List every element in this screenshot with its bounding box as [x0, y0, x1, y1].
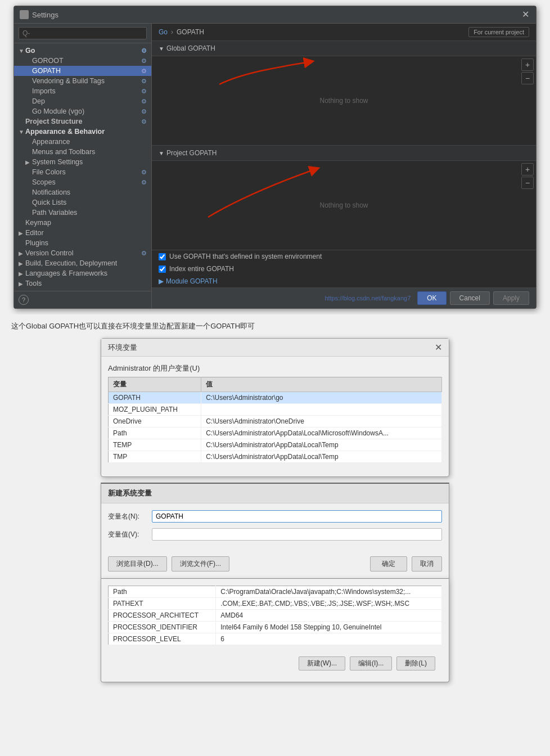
help-circle-icon: ? — [19, 295, 29, 305]
edit-sys-var-button[interactable]: 编辑(I)... — [350, 656, 392, 670]
sidebar-item-imports[interactable]: Imports ⚙ — [14, 86, 151, 96]
arrow-placeholder — [25, 88, 32, 94]
sidebar-item-goroot[interactable]: GOROOT ⚙ — [14, 56, 151, 66]
arrow-placeholder — [25, 190, 32, 196]
settings-small-icon: ⚙ — [141, 57, 147, 65]
sidebar-item-project-structure[interactable]: Project Structure ⚙ — [14, 116, 151, 127]
browse-dir-button[interactable]: 浏览目录(D)... — [108, 556, 167, 572]
arrow-placeholder — [25, 58, 32, 64]
sidebar-item-appearance[interactable]: Appearance — [14, 137, 151, 147]
sys-row-path[interactable]: Path C:\ProgramData\Oracle\Java\javapath… — [109, 586, 442, 598]
sidebar-item-vendoring[interactable]: Vendoring & Build Tags ⚙ — [14, 76, 151, 86]
use-gopath-env-checkbox[interactable] — [159, 253, 166, 260]
sys-row-proc-arch[interactable]: PROCESSOR_ARCHITECT AMD64 — [109, 610, 442, 622]
sidebar-item-label: Project Structure — [25, 118, 82, 125]
use-gopath-env-label[interactable]: Use GOPATH that's defined in system envi… — [169, 253, 322, 260]
breadcrumb-go[interactable]: Go — [159, 28, 168, 36]
var-name-label: 变量名(N): — [108, 512, 147, 521]
sys-var-value: .COM;.EXE;.BAT;.CMD;.VBS;.VBE;.JS;.JSE;.… — [216, 598, 442, 610]
sidebar-item-system-settings[interactable]: ▶ System Settings — [14, 157, 151, 167]
apply-button[interactable]: Apply — [493, 291, 529, 305]
sidebar-item-tools[interactable]: ▶ Tools — [14, 278, 151, 289]
sidebar-item-build-execution[interactable]: ▶ Build, Execution, Deployment — [14, 258, 151, 268]
sidebar-item-file-colors[interactable]: File Colors ⚙ — [14, 167, 151, 177]
env-close-button[interactable]: ✕ — [435, 342, 442, 353]
global-gopath-label: Global GOPATH — [166, 44, 215, 52]
env-row-gopath[interactable]: GOPATH C:\Users\Administrator\go — [109, 392, 442, 404]
delete-sys-var-button[interactable]: 删除(L) — [396, 656, 435, 670]
env-row-temp[interactable]: TEMP C:\Users\Administrator\AppData\Loca… — [109, 439, 442, 451]
env-row-path[interactable]: Path C:\Users\Administrator\AppData\Loca… — [109, 428, 442, 439]
help-button[interactable]: ? — [14, 291, 151, 308]
sidebar-item-dep[interactable]: Dep ⚙ — [14, 96, 151, 106]
sidebar-item-plugins[interactable]: Plugins — [14, 238, 151, 248]
var-name-input[interactable] — [152, 510, 442, 523]
arrow-placeholder — [25, 200, 32, 206]
arrow-placeholder — [19, 119, 25, 125]
sys-vars-section: Path C:\ProgramData\Oracle\Java\javapath… — [101, 579, 449, 682]
sys-row-proc-level[interactable]: PROCESSOR_LEVEL 6 — [109, 633, 442, 645]
sidebar-item-editor[interactable]: ▶ Editor — [14, 228, 151, 238]
env-row-onedrive[interactable]: OneDrive C:\Users\Administrator\OneDrive — [109, 416, 442, 428]
sidebar-item-appearance-behavior[interactable]: ▼ Appearance & Behavior — [14, 127, 151, 137]
arrow-placeholder — [25, 169, 32, 176]
mid-text: 这个Global GOPATH也可以直接在环境变量里边配置新建一个GOPATH即… — [0, 314, 550, 338]
settings-small-icon: ⚙ — [141, 118, 147, 125]
env-row-tmp[interactable]: TMP C:\Users\Administrator\AppData\Local… — [109, 451, 442, 463]
add-global-gopath-button[interactable]: + — [521, 58, 534, 71]
env-user-table: 变量 值 GOPATH C:\Users\Administrator\go MO… — [108, 377, 442, 463]
browse-file-button[interactable]: 浏览文件(F)... — [172, 556, 229, 572]
remove-global-gopath-button[interactable]: − — [521, 72, 534, 84]
sys-row-proc-id[interactable]: PROCESSOR_IDENTIFIER Intel64 Family 6 Mo… — [109, 622, 442, 633]
settings-close-button[interactable]: ✕ — [520, 10, 530, 20]
project-gopath-label: Project GOPATH — [166, 149, 217, 157]
sidebar-item-menus-toolbars[interactable]: Menus and Toolbars — [14, 147, 151, 157]
sidebar-item-languages[interactable]: ▶ Languages & Frameworks — [14, 268, 151, 278]
new-var-cancel-button[interactable]: 取消 — [412, 556, 442, 572]
arrow-right-icon: ▶ — [19, 281, 25, 287]
module-gopath-row[interactable]: ▶ Module GOPATH — [152, 275, 536, 287]
arrow-right-icon: ▶ — [19, 260, 25, 267]
sidebar-item-path-variables[interactable]: Path Variables — [14, 208, 151, 218]
sidebar-item-go[interactable]: ▼ Go ⚙ — [14, 46, 151, 56]
expand-arrow-icon: ▼ — [159, 46, 164, 52]
arrow-placeholder — [19, 220, 25, 226]
sidebar-item-label: Vendoring & Build Tags — [32, 77, 105, 85]
sidebar-item-keymap[interactable]: Keymap — [14, 218, 151, 228]
global-gopath-header[interactable]: ▼ Global GOPATH — [152, 41, 536, 56]
settings-title: Settings — [20, 10, 58, 19]
sys-row-pathext[interactable]: PATHEXT .COM;.EXE;.BAT;.CMD;.VBS;.VBE;.J… — [109, 598, 442, 610]
sidebar-item-gopath[interactable]: GOPATH ⚙ — [14, 66, 151, 76]
ok-button[interactable]: OK — [417, 291, 446, 305]
sidebar-item-label: System Settings — [32, 158, 83, 166]
env-var-value: C:\Users\Administrator\go — [201, 392, 442, 404]
add-project-gopath-button[interactable]: + — [521, 163, 534, 176]
env-var-name: MOZ_PLUGIN_PATH — [109, 404, 201, 416]
index-gopath-label[interactable]: Index entire GOPATH — [169, 265, 234, 273]
index-gopath-checkbox[interactable] — [159, 266, 166, 273]
cancel-button[interactable]: Cancel — [450, 291, 490, 305]
sidebar-item-label: File Colors — [32, 168, 66, 176]
sidebar-item-version-control[interactable]: ▶ Version Control ⚙ — [14, 248, 151, 258]
sys-var-name: PROCESSOR_ARCHITECT — [109, 610, 216, 622]
sidebar-item-scopes[interactable]: Scopes ⚙ — [14, 177, 151, 187]
new-var-ok-button[interactable]: 确定 — [370, 556, 407, 572]
sys-var-value: 6 — [216, 633, 442, 645]
sidebar-item-notifications[interactable]: Notifications — [14, 187, 151, 197]
search-input[interactable] — [19, 27, 147, 39]
for-current-project-button[interactable]: For current project — [468, 27, 529, 37]
expand-arrow-icon2: ▼ — [159, 150, 164, 156]
sidebar-item-quick-lists[interactable]: Quick Lists — [14, 197, 151, 208]
var-value-input[interactable] — [152, 528, 442, 541]
env-body: Administrator 的用户变量(U) 变量 值 GOPATH C:\Us… — [101, 357, 449, 476]
var-value-row: 变量值(V): — [108, 528, 442, 541]
settings-dialog: Settings ✕ ▼ Go ⚙ GOROOT ⚙ — [13, 6, 537, 309]
project-gopath-header[interactable]: ▼ Project GOPATH — [152, 146, 536, 161]
new-sys-var-button[interactable]: 新建(W)... — [299, 656, 345, 670]
sidebar-item-label: Notifications — [32, 188, 70, 196]
remove-project-gopath-button[interactable]: − — [521, 177, 534, 189]
env-var-value: C:\Users\Administrator\AppData\Local\Tem… — [201, 439, 442, 451]
env-row-moz[interactable]: MOZ_PLUGIN_PATH — [109, 404, 442, 416]
env-var-value — [201, 404, 442, 416]
sidebar-item-gomodule[interactable]: Go Module (vgo) ⚙ — [14, 106, 151, 116]
